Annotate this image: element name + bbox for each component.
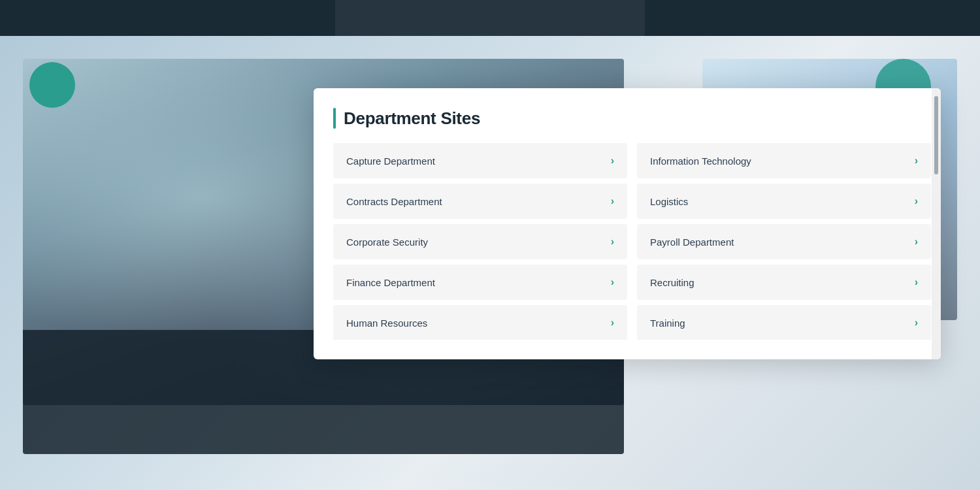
dept-item-arrow-recruiting: › bbox=[915, 276, 918, 288]
dept-item-contracts-department[interactable]: Contracts Department › bbox=[333, 184, 627, 219]
dept-item-training[interactable]: Training › bbox=[637, 305, 931, 340]
dept-item-payroll-department[interactable]: Payroll Department › bbox=[637, 224, 931, 259]
dept-item-recruiting[interactable]: Recruiting › bbox=[637, 265, 931, 300]
dept-item-arrow-human-resources: › bbox=[611, 317, 614, 329]
dept-item-information-technology[interactable]: Information Technology › bbox=[637, 143, 931, 178]
dept-item-arrow-logistics: › bbox=[915, 195, 918, 207]
dept-item-arrow-corporate-security: › bbox=[611, 236, 614, 248]
dept-item-name-capture-department: Capture Department bbox=[346, 155, 435, 167]
dept-item-name-payroll-department: Payroll Department bbox=[650, 237, 734, 248]
dept-item-name-information-technology: Information Technology bbox=[650, 155, 751, 167]
dept-item-capture-department[interactable]: Capture Department › bbox=[333, 143, 627, 178]
modal-title-container: Department Sites bbox=[333, 108, 941, 129]
dept-item-finance-department[interactable]: Finance Department › bbox=[333, 265, 627, 300]
modal-content: Capture Department › Contracts Departmen… bbox=[333, 143, 941, 340]
dept-item-logistics[interactable]: Logistics › bbox=[637, 184, 931, 219]
dept-item-name-recruiting: Recruiting bbox=[650, 277, 694, 288]
top-navigation-bar bbox=[0, 0, 980, 36]
dept-item-arrow-capture-department: › bbox=[611, 155, 614, 167]
dept-item-name-training: Training bbox=[650, 318, 685, 329]
modal-scrollbar[interactable] bbox=[932, 88, 941, 359]
department-sites-modal: Department Sites Capture Department › Co… bbox=[314, 88, 941, 359]
modal-title-accent-bar bbox=[333, 108, 336, 129]
dept-item-arrow-payroll-department: › bbox=[915, 236, 918, 248]
dept-item-arrow-finance-department: › bbox=[611, 276, 614, 288]
dept-item-human-resources[interactable]: Human Resources › bbox=[333, 305, 627, 340]
top-bar-right bbox=[658, 0, 967, 36]
departments-left-column: Capture Department › Contracts Departmen… bbox=[333, 143, 637, 340]
scrollbar-thumb bbox=[934, 96, 938, 174]
dept-item-name-finance-department: Finance Department bbox=[346, 277, 435, 288]
teal-circle-top-left bbox=[29, 62, 75, 108]
dept-item-name-corporate-security: Corporate Security bbox=[346, 237, 428, 248]
dept-item-arrow-training: › bbox=[915, 317, 918, 329]
top-bar-center bbox=[335, 0, 644, 36]
dept-item-name-contracts-department: Contracts Department bbox=[346, 196, 442, 207]
dept-item-arrow-contracts-department: › bbox=[611, 195, 614, 207]
dept-item-name-logistics: Logistics bbox=[650, 196, 688, 207]
dept-item-arrow-information-technology: › bbox=[915, 155, 918, 167]
dept-item-name-human-resources: Human Resources bbox=[346, 318, 427, 329]
top-bar-left bbox=[13, 0, 322, 36]
modal-title: Department Sites bbox=[344, 108, 480, 129]
departments-right-column: Information Technology › Logistics › Pay… bbox=[637, 143, 941, 340]
dept-item-corporate-security[interactable]: Corporate Security › bbox=[333, 224, 627, 259]
